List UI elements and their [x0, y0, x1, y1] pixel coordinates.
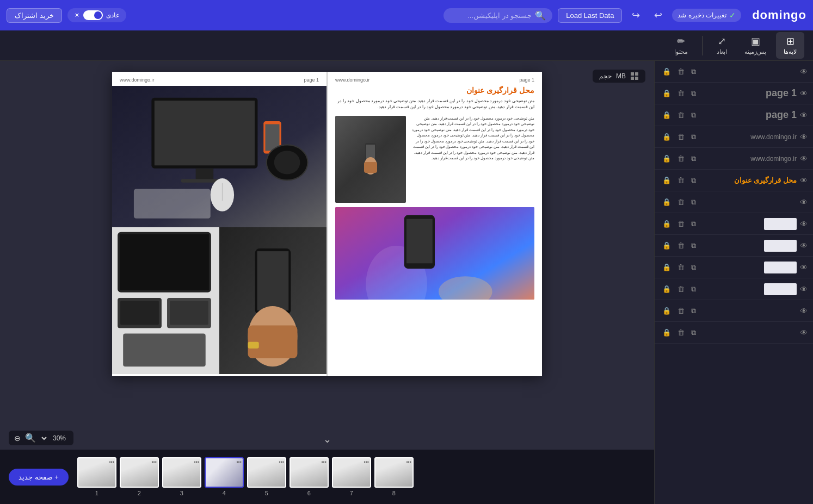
thumb-box[interactable]: ••• [374, 457, 414, 488]
visibility-icon[interactable]: 👁 [800, 220, 808, 228]
layer-item[interactable]: 👁 ⧉ 🗑 🔒 [655, 213, 813, 235]
visibility-icon[interactable]: 👁 [800, 133, 808, 141]
page-thumbnail[interactable]: ••• 2 [120, 457, 159, 496]
lock-icon[interactable]: 🔒 [660, 110, 673, 120]
page-thumbnail[interactable]: ••• 3 [162, 457, 201, 496]
visibility-icon[interactable]: 👁 [800, 111, 808, 120]
lock-icon[interactable]: 🔒 [660, 284, 673, 294]
thumb-box[interactable]: ••• [332, 457, 371, 488]
delete-icon[interactable]: 🗑 [675, 262, 687, 272]
copy-icon[interactable]: ⧉ [689, 197, 698, 208]
redo-button[interactable]: ↪ [627, 7, 644, 23]
chevron-down-icon[interactable]: ⌄ [323, 433, 331, 445]
theme-switch[interactable] [83, 10, 103, 20]
search-input[interactable] [450, 11, 532, 20]
delete-icon[interactable]: 🗑 [675, 175, 687, 185]
thumb-menu-icon[interactable]: ••• [364, 459, 368, 465]
tool-content[interactable]: ✏ محتوا [667, 32, 695, 59]
lock-icon[interactable]: 🔒 [660, 240, 673, 251]
tool-dimensions[interactable]: ⤢ ابعاد [709, 32, 735, 59]
subscribe-button[interactable]: خرید اشتراک [7, 8, 62, 23]
copy-icon[interactable]: ⧉ [689, 240, 698, 251]
copy-icon[interactable]: ⧉ [689, 132, 698, 142]
layer-item[interactable]: 👁 ⧉ 🗑 🔒 [655, 257, 813, 278]
page-left[interactable]: page 1 www.domingo.ir محل قرارگیری عنوان… [328, 72, 542, 376]
zoom-in-button[interactable]: 🔍 [25, 433, 36, 443]
visibility-icon[interactable]: 👁 [800, 307, 808, 315]
tool-layers[interactable]: ⊞ لایه‌ها [776, 32, 804, 59]
lock-icon[interactable]: 🔒 [660, 219, 673, 229]
thumb-menu-icon[interactable]: ••• [151, 459, 156, 465]
copy-icon[interactable]: ⧉ [689, 153, 698, 164]
delete-icon[interactable]: 🗑 [675, 306, 687, 316]
layer-item[interactable]: 👁 ⧉ 🗑 🔒 [655, 235, 813, 257]
lock-icon[interactable]: 🔒 [660, 132, 673, 142]
delete-icon[interactable]: 🗑 [675, 327, 687, 338]
layer-item[interactable]: 👁 ⧉ 🗑 🔒 [655, 61, 813, 83]
thumb-menu-icon[interactable]: ••• [194, 459, 199, 465]
thumb-box-active[interactable]: ••• [205, 457, 244, 488]
page-thumbnail[interactable]: ••• 4 [205, 457, 244, 496]
add-page-button[interactable]: + صفحه جدید [9, 469, 69, 486]
visibility-icon[interactable]: 👁 [800, 328, 808, 337]
layer-item[interactable]: 👁 ⧉ 🗑 🔒 [655, 322, 813, 344]
copy-icon[interactable]: ⧉ [689, 88, 698, 99]
thumb-box[interactable]: ••• [247, 457, 286, 488]
copy-icon[interactable]: ⧉ [689, 110, 698, 121]
visibility-icon[interactable]: 👁 [800, 198, 808, 207]
layer-item[interactable]: 👁 ⧉ 🗑 🔒 [655, 300, 813, 322]
zoom-select[interactable]: 30% 50% 75% 100% [40, 434, 68, 443]
lock-icon[interactable]: 🔒 [660, 175, 673, 185]
layer-item[interactable]: 👁 ⧉ 🗑 🔒 [655, 191, 813, 213]
delete-icon[interactable]: 🗑 [675, 153, 687, 164]
thumb-menu-icon[interactable]: ••• [109, 459, 114, 465]
lock-icon[interactable]: 🔒 [660, 66, 673, 77]
lock-icon[interactable]: 🔒 [660, 262, 673, 272]
lock-icon[interactable]: 🔒 [660, 88, 673, 98]
lock-icon[interactable]: 🔒 [660, 197, 673, 207]
delete-icon[interactable]: 🗑 [675, 219, 687, 229]
page-thumbnail[interactable]: ••• 6 [290, 457, 329, 496]
layer-item[interactable]: 👁 www.domingo.ir ⧉ 🗑 🔒 [655, 126, 813, 148]
page-thumbnail[interactable]: ••• 5 [247, 457, 286, 496]
visibility-icon[interactable]: 👁 [800, 285, 808, 294]
lock-icon[interactable]: 🔒 [660, 153, 673, 164]
thumb-menu-icon[interactable]: ••• [321, 459, 326, 465]
tool-background[interactable]: ▣ پس‌زمینه [737, 32, 774, 59]
copy-icon[interactable]: ⧉ [689, 327, 698, 338]
delete-icon[interactable]: 🗑 [675, 284, 687, 294]
page-thumbnail[interactable]: ••• 7 [332, 457, 371, 496]
layer-item[interactable]: 👁 page 1 ⧉ 🗑 🔒 [655, 104, 813, 126]
visibility-icon[interactable]: 👁 [800, 89, 808, 98]
visibility-icon[interactable]: 👁 [800, 67, 808, 76]
layer-item[interactable]: 👁 page 1 ⧉ 🗑 🔒 [655, 83, 813, 104]
lock-icon[interactable]: 🔒 [660, 327, 673, 338]
thumb-menu-icon[interactable]: ••• [279, 459, 284, 465]
delete-icon[interactable]: 🗑 [675, 110, 687, 120]
delete-icon[interactable]: 🗑 [675, 88, 687, 98]
page-thumbnail[interactable]: ••• 8 [374, 457, 414, 496]
copy-icon[interactable]: ⧉ [689, 306, 698, 316]
visibility-icon[interactable]: 👁 [800, 241, 808, 250]
copy-icon[interactable]: ⧉ [689, 175, 698, 186]
layer-item[interactable]: 👁 www.domingo.ir ⧉ 🗑 🔒 [655, 148, 813, 170]
layer-item[interactable]: 👁 محل قرارگیری عنوان ⧉ 🗑 🔒 [655, 170, 813, 191]
delete-icon[interactable]: 🗑 [675, 240, 687, 251]
copy-icon[interactable]: ⧉ [689, 66, 698, 77]
page-thumbnail[interactable]: ••• 1 [77, 457, 116, 496]
visibility-icon[interactable]: 👁 [800, 263, 808, 272]
delete-icon[interactable]: 🗑 [675, 197, 687, 207]
thumb-box[interactable]: ••• [77, 457, 116, 488]
thumb-box[interactable]: ••• [162, 457, 201, 488]
lock-icon[interactable]: 🔒 [660, 306, 673, 316]
thumb-box[interactable]: ••• [290, 457, 329, 488]
visibility-icon[interactable]: 👁 [800, 176, 808, 185]
thumb-menu-icon[interactable]: ••• [406, 459, 411, 465]
load-last-button[interactable]: Load Last Data [558, 8, 622, 23]
copy-icon[interactable]: ⧉ [689, 219, 698, 229]
copy-icon[interactable]: ⧉ [689, 284, 698, 295]
copy-icon[interactable]: ⧉ [689, 262, 698, 273]
visibility-icon[interactable]: 👁 [800, 154, 808, 163]
page-spread[interactable]: page 1 www.domingo.ir محل قرارگیری عنوان… [112, 72, 542, 376]
layer-item[interactable]: 👁 ⧉ 🗑 🔒 [655, 278, 813, 300]
